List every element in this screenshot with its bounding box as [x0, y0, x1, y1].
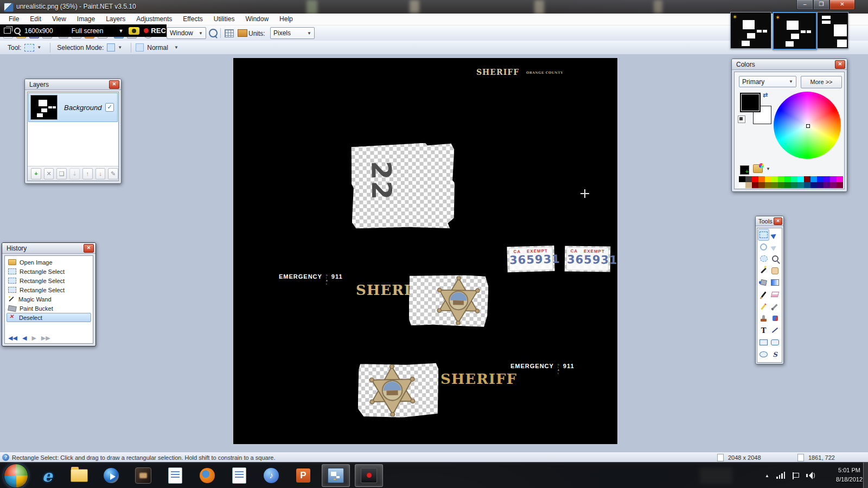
freeform-shape-icon[interactable]	[769, 348, 781, 360]
merge-down-button[interactable]: ⇣	[69, 168, 80, 179]
palette-color[interactable]	[810, 182, 817, 188]
speaker-icon[interactable]: )	[806, 472, 815, 479]
palette-color[interactable]	[765, 176, 771, 182]
gradient-icon[interactable]	[769, 277, 781, 288]
start-button[interactable]	[4, 464, 28, 488]
close-icon[interactable]: ✕	[84, 244, 94, 253]
clone-stamp-icon[interactable]	[758, 312, 769, 324]
close-icon[interactable]: ✕	[835, 60, 845, 69]
color-wheel[interactable]	[774, 92, 841, 159]
maximize-button[interactable]: ❐	[813, 0, 829, 10]
move-layer-down-button[interactable]: ↓	[95, 168, 106, 179]
minimize-button[interactable]: –	[796, 0, 813, 10]
pan-icon[interactable]	[769, 265, 781, 277]
close-icon[interactable]: ✕	[109, 80, 119, 89]
color-target-dropdown[interactable]: Primary ▼	[739, 76, 796, 87]
units-dropdown[interactable]: Pixels▼	[270, 27, 315, 39]
rewind-button[interactable]: ◀◀	[8, 335, 17, 342]
palette-color[interactable]	[837, 176, 843, 182]
palette-color[interactable]	[771, 182, 778, 188]
close-button[interactable]: ✕	[829, 0, 855, 10]
magnifier-icon[interactable]	[14, 28, 21, 34]
palette-menu-icon[interactable]	[753, 164, 763, 173]
network-icon[interactable]	[776, 472, 785, 479]
zoom-in-icon[interactable]	[209, 29, 218, 37]
palette-color[interactable]	[791, 182, 797, 188]
reset-colors-icon[interactable]	[738, 115, 745, 123]
pencil-icon[interactable]	[758, 300, 769, 312]
palette-color[interactable]	[817, 182, 824, 188]
palette-color[interactable]	[830, 182, 837, 188]
add-color-button[interactable]	[740, 165, 749, 175]
menu-view[interactable]: View	[47, 14, 72, 25]
taskbar-game[interactable]	[130, 465, 157, 486]
record-button[interactable]: REC	[151, 27, 165, 35]
current-tool-icon[interactable]	[24, 44, 34, 52]
paint-bucket-icon[interactable]	[758, 277, 769, 288]
close-icon[interactable]: ✕	[774, 217, 782, 225]
palette-color[interactable]	[739, 182, 745, 188]
tray-expand-icon[interactable]: ▲	[765, 473, 769, 478]
undo-button[interactable]: ◀	[22, 335, 27, 342]
history-item[interactable]: Open Image	[7, 258, 91, 267]
layer-properties-button[interactable]: ✎	[108, 168, 118, 179]
taskbar-firefox[interactable]	[194, 465, 221, 486]
history-item[interactable]: Rectangle Select	[7, 267, 91, 276]
palette-color[interactable]	[810, 176, 817, 182]
history-item[interactable]: Rectangle Select	[7, 276, 91, 285]
magic-wand-icon[interactable]	[758, 265, 769, 277]
move-layer-up-button[interactable]: ↑	[82, 168, 93, 179]
move-selection-icon[interactable]	[769, 241, 781, 253]
show-desktop-button[interactable]	[863, 463, 868, 488]
taskbar-screen-recorder[interactable]	[355, 464, 383, 487]
menu-help[interactable]: Help	[274, 14, 298, 25]
layers-panel-titlebar[interactable]: Layers ✕	[25, 79, 121, 90]
line-curve-icon[interactable]	[769, 324, 781, 336]
palette-color[interactable]	[784, 182, 791, 188]
menu-layers[interactable]: Layers	[100, 14, 131, 25]
text-icon[interactable]	[758, 324, 769, 336]
history-item[interactable]: Rectangle Select	[7, 285, 91, 294]
palette-color[interactable]	[804, 176, 810, 182]
blend-mode-icon[interactable]	[136, 43, 144, 52]
screenshot-camera-button[interactable]	[129, 27, 139, 35]
chevron-down-icon[interactable]: ▼	[118, 28, 123, 34]
ellipse-select-icon[interactable]	[758, 253, 769, 265]
palette-color[interactable]	[824, 176, 830, 182]
rectangle-select-icon[interactable]	[758, 229, 769, 241]
history-item[interactable]: Magic Wand	[7, 294, 91, 304]
chevron-down-icon[interactable]: ▼	[118, 45, 122, 50]
palette-color[interactable]	[778, 182, 784, 188]
palette-color[interactable]	[758, 182, 765, 188]
ruler-toggle-icon[interactable]	[238, 29, 247, 37]
window-zoom-dropdown[interactable]: Window▼	[167, 27, 206, 39]
tools-panel-titlebar[interactable]: Tools ✕	[756, 216, 783, 226]
fast-forward-button[interactable]: ▶▶	[41, 335, 50, 342]
menu-image[interactable]: Image	[72, 14, 100, 25]
palette-color[interactable]	[784, 176, 791, 182]
palette-color[interactable]	[804, 182, 810, 188]
taskbar-powerpoint[interactable]: P	[290, 465, 317, 486]
eraser-icon[interactable]	[769, 288, 781, 300]
paintbrush-icon[interactable]	[758, 288, 769, 300]
color-picker-icon[interactable]	[769, 300, 781, 312]
chevron-down-icon[interactable]: ▼	[766, 166, 770, 171]
layer-row-background[interactable]: Background ✓	[28, 93, 118, 122]
grid-toggle-icon[interactable]	[225, 29, 234, 37]
taskbar-document-app[interactable]	[162, 465, 189, 486]
delete-layer-button[interactable]: ✕	[44, 168, 54, 179]
taskbar-itunes[interactable]: ♪	[258, 465, 285, 486]
menu-adjustments[interactable]: Adjustments	[131, 14, 177, 25]
move-selected-pixels-icon[interactable]	[769, 229, 781, 241]
taskbar-internet-explorer[interactable]: e	[34, 465, 61, 486]
action-center-flag-icon[interactable]	[792, 472, 799, 479]
palette-color[interactable]	[745, 182, 752, 188]
rectangle-icon[interactable]	[758, 336, 769, 348]
palette-color[interactable]	[771, 176, 778, 182]
more-button[interactable]: More >>	[801, 76, 842, 88]
palette-color[interactable]	[837, 182, 843, 188]
ellipse-icon[interactable]	[758, 348, 769, 360]
layer-visible-checkbox[interactable]: ✓	[105, 103, 114, 112]
taskbar-word-document[interactable]	[226, 465, 253, 486]
palette-color[interactable]	[752, 176, 758, 182]
